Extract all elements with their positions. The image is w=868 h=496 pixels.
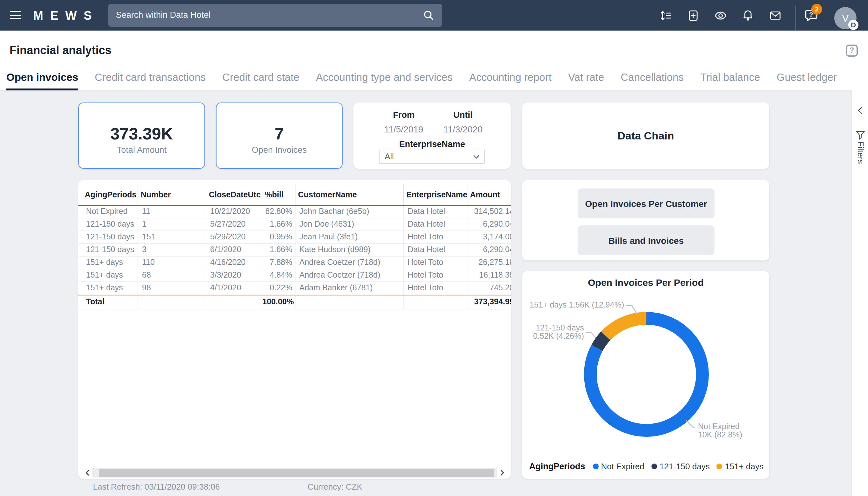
table-row[interactable]: 151+ days984/1/20200.22%Adam Banker (678… [78, 282, 511, 295]
mews-logo[interactable]: MEWS [33, 9, 99, 23]
column-header-customername[interactable]: CustomerName [295, 184, 404, 205]
enterprise-name-label: EnterpriseName [354, 139, 511, 149]
table-cell: 4/1/2020 [206, 282, 262, 294]
legend-item-121-150-days[interactable]: 121-150 days [651, 462, 710, 471]
table-cell: 121-150 days [78, 231, 138, 243]
table-row[interactable]: 121-150 days15/27/20201.66%Jon Doe (4631… [78, 218, 511, 231]
page-title: Financial analytics [10, 44, 111, 57]
table-total-row: Total 100.00% 373,394.99 [78, 295, 511, 309]
navbar-divider [795, 6, 796, 30]
column-header-enterprisename[interactable]: EnterpriseName [404, 184, 467, 205]
table-row[interactable]: Not Expired1110/21/202082.80%John Bachar… [78, 206, 511, 218]
currency-text: Currency: CZK [308, 482, 362, 492]
table-cell: 5/29/2020 [206, 231, 262, 243]
table-cell: 151 [138, 231, 206, 243]
tab-vat-rate[interactable]: Vat rate [568, 66, 604, 90]
column-header-number[interactable]: Number [138, 184, 206, 205]
from-label: From [372, 110, 436, 120]
table-cell: 4.84% [262, 269, 295, 281]
table-cell: 151+ days [78, 257, 138, 269]
table-cell: Jon Doe (4631) [295, 218, 404, 231]
tab-open-invoices[interactable]: Open invoices [6, 66, 78, 90]
tab-accounting-type-and-services[interactable]: Accounting type and services [316, 66, 452, 90]
bills-and-invoices-button[interactable]: Bills and Invoices [578, 226, 714, 255]
table-cell: 1 [138, 218, 206, 231]
donut-legend: AgingPeriods Not Expired121-150 days151+… [529, 462, 763, 471]
table-cell: 314,502.14 [467, 206, 511, 218]
table-cell: 4/16/2020 [206, 257, 262, 269]
column-header-agingperiods[interactable]: AgingPeriods [78, 184, 138, 205]
page-header: Financial analytics ? Open invoicesCredi… [0, 31, 868, 90]
tab-guest-ledger[interactable]: Guest ledger [777, 66, 837, 90]
line-spacing-icon[interactable] [659, 9, 672, 22]
filter-funnel-icon[interactable] [855, 130, 866, 140]
table-cell: 151+ days [78, 282, 138, 294]
scroll-left-button[interactable] [82, 468, 92, 478]
table-cell: Hotel Toto [404, 282, 467, 294]
table-row[interactable]: 151+ days683/3/20204.84%Andrea Coetzer (… [78, 269, 511, 282]
scroll-right-button[interactable] [497, 468, 507, 478]
tab-trial-balance[interactable]: Trial balance [700, 66, 760, 90]
from-value[interactable]: 11/5/2019 [372, 124, 436, 134]
avatar[interactable]: V D [834, 7, 856, 29]
total-bill: 100.00% [262, 295, 295, 309]
table-cell: Jean Paul (3fe1) [295, 231, 404, 243]
legend-dot [593, 464, 599, 469]
table-cell: Hotel Toto [404, 269, 467, 281]
legend-items: Not Expired121-150 days151+ days [593, 462, 763, 471]
table-cell: 6/1/2020 [206, 244, 262, 256]
data-chain-card[interactable]: Data Chain [522, 103, 769, 169]
table-cell: Data Hotel [404, 206, 467, 218]
open-invoices-value: 7 [217, 124, 342, 144]
expand-filters-chevron-icon[interactable] [856, 106, 864, 115]
top-navbar: MEWS Search within Data Hotel ? 2 V D [0, 0, 868, 31]
legend-dot [717, 464, 723, 469]
legend-label: 151+ days [725, 462, 763, 471]
open-invoices-table-card: AgingPeriodsNumberCloseDateUtc%billCusto… [78, 180, 511, 479]
help-icon[interactable]: ? [846, 45, 858, 57]
table-row[interactable]: 151+ days1104/16/20207.88%Andrea Coetzer… [78, 257, 511, 269]
column-header--bill[interactable]: %bill [262, 184, 295, 205]
filters-rail-label: Filters [856, 141, 866, 164]
scrollbar-track[interactable] [92, 468, 497, 478]
tab-credit-card-state[interactable]: Credit card state [222, 66, 299, 90]
scrollbar-thumb[interactable] [99, 469, 494, 477]
search-input[interactable]: Search within Data Hotel [108, 4, 442, 27]
table-cell: 3/3/2020 [206, 269, 262, 281]
legend-item-not-expired[interactable]: Not Expired [593, 462, 645, 471]
total-amount-card[interactable]: 373.39K Total Amount [78, 103, 205, 169]
table-cell: 121-150 days [78, 244, 138, 256]
last-refresh-text: Last Refresh: 03/11/2020 09:38:06 [93, 482, 220, 492]
tab-accounting-report[interactable]: Accounting report [469, 66, 552, 90]
legend-item-151-days[interactable]: 151+ days [717, 462, 763, 471]
table-row[interactable]: 121-150 days1515/29/20200.95%Jean Paul (… [78, 231, 511, 244]
chat-badge: 2 [811, 4, 822, 15]
mail-icon[interactable] [769, 9, 782, 22]
report-links-card: Open Invoices Per Customer Bills and Inv… [522, 180, 769, 260]
open-invoices-per-customer-button[interactable]: Open Invoices Per Customer [578, 188, 714, 218]
column-header-amount[interactable]: Amount [467, 184, 511, 205]
help-chat-icon[interactable]: ? 2 [804, 7, 819, 23]
table-row[interactable]: 121-150 days36/1/20201.66%Kate Hudson (d… [78, 244, 511, 257]
column-header-closedateutc[interactable]: CloseDateUtc [206, 184, 262, 205]
tab-credit-card-transactions[interactable]: Credit card transactions [95, 66, 206, 90]
table-cell: 98 [138, 282, 206, 294]
callout-121-150-days: 121-150 days 0.52K (4.26%) [533, 324, 584, 341]
notifications-bell-icon[interactable] [741, 9, 755, 22]
open-invoices-card[interactable]: 7 Open Invoices [216, 103, 343, 169]
table-cell: Adam Banker (6781) [295, 282, 404, 294]
avatar-badge: D [848, 20, 858, 30]
until-value[interactable]: 11/3/2020 [431, 124, 495, 134]
table-cell: 26,275.18 [467, 257, 511, 269]
tab-cancellations[interactable]: Cancellations [621, 66, 684, 90]
until-label: Until [431, 110, 495, 120]
enterprise-name-dropdown[interactable]: All [379, 150, 485, 164]
table-cell: Andrea Coetzer (718d) [295, 257, 404, 269]
table-cell: 0.22% [262, 282, 295, 294]
tab-bar: Open invoicesCredit card transactionsCre… [6, 66, 849, 90]
add-reservation-icon[interactable] [686, 9, 700, 22]
table-cell: 6,290.04 [467, 218, 511, 231]
table-cell: Andrea Coetzer (718d) [295, 269, 404, 281]
hamburger-menu-icon[interactable] [10, 11, 21, 19]
eye-icon[interactable] [714, 9, 727, 22]
